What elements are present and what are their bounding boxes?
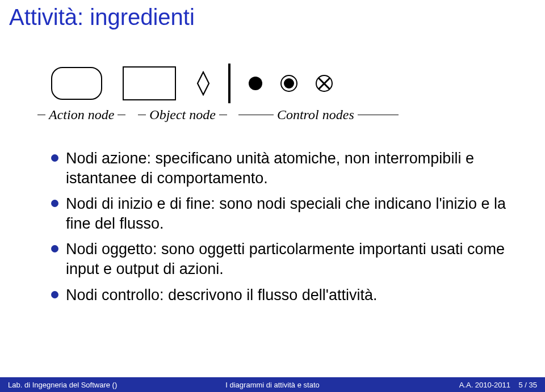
list-item: Nodi controllo: descrivono il flusso del… xyxy=(51,285,522,305)
list-item: Nodi oggetto: sono oggetti particolarmen… xyxy=(51,239,522,279)
diagram-row xyxy=(0,65,545,102)
control-nodes-group xyxy=(196,65,333,102)
control-label: Control nodes xyxy=(274,107,358,123)
object-label: Object node xyxy=(146,107,219,123)
footer-left: Lab. di Ingegneria del Software () xyxy=(0,381,185,389)
list-item: Nodi azione: specificano unità atomiche,… xyxy=(51,149,522,188)
labels-row: Action node Object node Control nodes xyxy=(0,107,545,123)
svg-marker-0 xyxy=(198,72,209,95)
bullet-list: Nodi azione: specificano unità atomiche,… xyxy=(0,149,545,305)
action-label: Action node xyxy=(45,107,118,123)
slide-title: Attività: ingredienti xyxy=(0,0,545,30)
object-node-shape xyxy=(123,65,176,102)
final-node-icon xyxy=(280,75,297,92)
action-node-shape xyxy=(51,65,102,102)
list-item: Nodi di inizio e di fine: sono nodi spec… xyxy=(51,194,522,234)
initial-node-icon xyxy=(249,77,262,90)
footer-bar: Lab. di Ingegneria del Software () I dia… xyxy=(0,377,545,392)
footer-right: A.A. 2010-2011 5 / 35 xyxy=(360,381,545,389)
decision-icon xyxy=(196,71,210,96)
flow-final-icon xyxy=(316,75,333,92)
footer-center: I diagrammi di attività e stato xyxy=(185,381,361,389)
fork-bar-icon xyxy=(228,64,230,103)
